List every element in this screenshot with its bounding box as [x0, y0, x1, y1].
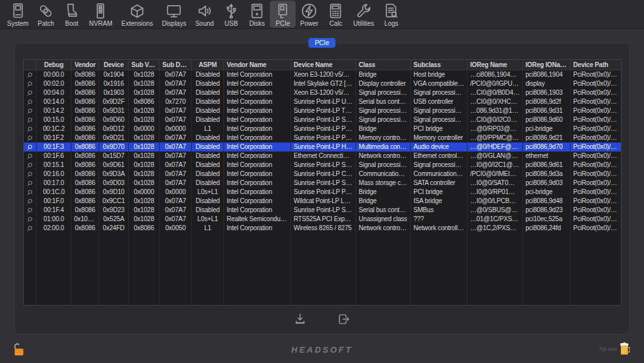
- row-inspect-cell[interactable]: [24, 170, 37, 179]
- table-row[interactable]: 00:1C.20x80860x9D120x00000x0000L1Intel C…: [24, 124, 621, 133]
- table-row[interactable]: 00:1F.40x80860x9D230x10280x07A7DisabledI…: [24, 206, 621, 215]
- column-header-search[interactable]: [24, 60, 37, 70]
- magnifier-icon: [26, 198, 33, 205]
- column-header-ioreg_name[interactable]: IOReg Name: [468, 60, 523, 70]
- cell-device_name: Sunrise Point-LP The…: [291, 106, 356, 115]
- cell-class: Display controller: [356, 79, 411, 88]
- cell-vendor_name: Intel Corporation: [224, 115, 291, 124]
- column-header-debug[interactable]: Debug: [37, 60, 71, 70]
- table-row[interactable]: 00:15.10x80860x9D610x10280x07A7DisabledI…: [24, 161, 621, 170]
- cell-vendor: 0x8086: [71, 179, 99, 188]
- toolbar-item-sound[interactable]: Sound: [191, 1, 218, 28]
- toolbar-item-pcie[interactable]: PCIe: [270, 1, 296, 28]
- import-download-button[interactable]: [292, 312, 308, 328]
- cell-ioreg_name: …CI0@0/I2C0@15: [468, 115, 523, 124]
- tab-pcie[interactable]: PCIe: [308, 38, 336, 48]
- table-row[interactable]: 00:02.00x80860x19160x10280x07A7DisabledI…: [24, 79, 621, 88]
- table-row[interactable]: 00:14.00x80860x9D2F0x80860x7270DisabledI…: [24, 97, 621, 106]
- table-row[interactable]: 00:16.00x80860x9D3A0x10280x07A7DisabledI…: [24, 170, 621, 179]
- table-row[interactable]: 00:14.20x80860x9D310x10280x07A7DisabledI…: [24, 106, 621, 115]
- row-inspect-cell[interactable]: [24, 224, 37, 233]
- table-row[interactable]: 00:17.00x80860x9D030x10280x07A7DisabledI…: [24, 179, 621, 188]
- cell-sub_vendor: 0x1028: [129, 179, 160, 188]
- column-header-vendor[interactable]: Vendor: [71, 60, 99, 70]
- column-header-subclass[interactable]: Subclass: [411, 60, 468, 70]
- toolbar-item-nvram[interactable]: NVRAM: [84, 1, 117, 28]
- toolbar-item-label: Calc: [329, 20, 342, 27]
- table-row[interactable]: 02:00.00x80860x24FD0x80860x0050L1Intel C…: [24, 224, 621, 233]
- row-inspect-cell[interactable]: [24, 115, 37, 124]
- cell-aspm: Disabled: [192, 161, 224, 170]
- row-inspect-cell[interactable]: [24, 197, 37, 206]
- table-row[interactable]: 00:1F.60x80860x15D70x10280x07A7DisabledI…: [24, 152, 621, 161]
- cell-subclass: Signal processin…: [411, 115, 468, 124]
- table-row[interactable]: 01:00.00x10EC0x525A0x10280x07A7L0s+L1Rea…: [24, 215, 621, 224]
- column-header-class[interactable]: Class: [356, 60, 411, 70]
- cell-aspm: Disabled: [192, 142, 224, 152]
- cell-class: Mass storage co…: [356, 179, 411, 188]
- cell-debug: 00:00.0: [37, 70, 71, 79]
- row-inspect-cell[interactable]: [24, 97, 37, 106]
- empty-cell: [24, 233, 37, 305]
- toolbar-item-patch[interactable]: Patch: [33, 1, 59, 28]
- row-inspect-cell[interactable]: [24, 70, 37, 79]
- cell-device: 0x9D23: [99, 206, 129, 215]
- toolbar-item-displays[interactable]: Displays: [157, 1, 191, 28]
- export-button[interactable]: [336, 312, 352, 328]
- table-row[interactable]: 00:1F.00x80860x9CC10x10280x07A7DisabledI…: [24, 197, 621, 206]
- table-row[interactable]: 00:1F.20x80860x9D210x10280x07A7DisabledI…: [24, 133, 621, 142]
- table-row[interactable]: 00:15.00x80860x9D600x10280x07A7DisabledI…: [24, 115, 621, 124]
- table-row[interactable]: 00:00.00x80860x19040x10280x07A7DisabledI…: [24, 70, 621, 79]
- cell-aspm: Disabled: [192, 206, 224, 215]
- row-inspect-cell[interactable]: [24, 161, 37, 170]
- cell-device_path: PciRoot(0x0)/Pc…: [571, 206, 621, 215]
- toolbar-item-power[interactable]: Power: [296, 1, 323, 28]
- toolbar-item-extensions[interactable]: Extensions: [117, 1, 157, 28]
- column-header-device_name[interactable]: Device Name: [291, 60, 356, 70]
- cell-ioreg_name: …@0/SBUS@1F,4: [468, 206, 523, 215]
- row-inspect-cell[interactable]: [24, 179, 37, 188]
- row-inspect-cell[interactable]: [24, 142, 37, 152]
- table-row[interactable]: 00:1C.00x80860x9D100x00000x0000L0s+L1Int…: [24, 188, 621, 197]
- toolbar-item-utilities[interactable]: Utilities: [348, 1, 378, 28]
- cell-device_name: Sunrise Point-LP Seri…: [291, 115, 356, 124]
- cell-vendor_name: Intel Corporation: [224, 161, 291, 170]
- column-header-ioreg_ioname[interactable]: IOReg IOName: [523, 60, 571, 70]
- column-header-aspm[interactable]: ASPM: [192, 60, 224, 70]
- cell-sub_vendor: 0x1028: [129, 206, 160, 215]
- row-inspect-cell[interactable]: [24, 88, 37, 97]
- tip-link[interactable]: Tip me!: [599, 342, 630, 355]
- column-header-sub_device[interactable]: Sub Device: [160, 60, 192, 70]
- row-inspect-cell[interactable]: [24, 215, 37, 224]
- toolbar-item-boot[interactable]: Boot: [59, 1, 84, 28]
- magnifier-icon: [26, 108, 33, 115]
- empty-cell: [37, 233, 71, 305]
- column-header-vendor_name[interactable]: Vendor Name: [224, 60, 291, 70]
- row-inspect-cell[interactable]: [24, 188, 37, 197]
- empty-cell: [129, 233, 160, 305]
- row-inspect-cell[interactable]: [24, 206, 37, 215]
- row-inspect-cell[interactable]: [24, 133, 37, 142]
- app-window: SystemPatchBootNVRAMExtensionsDisplaysSo…: [0, 0, 644, 363]
- toolbar-item-system[interactable]: System: [3, 1, 33, 28]
- cell-ioreg_ioname: pci8086,9d03: [523, 179, 571, 188]
- row-inspect-cell[interactable]: [24, 124, 37, 133]
- cell-ioreg_name: …I0@0/I2C1@15,1: [468, 161, 523, 170]
- toolbar-item-usb[interactable]: USB: [218, 1, 244, 28]
- toolbar-item-calc[interactable]: Calc: [323, 1, 348, 28]
- table-row[interactable]: 00:1F.30x80860x9D700x10280x07A7DisabledI…: [24, 142, 621, 152]
- cell-vendor_name: Intel Corporation: [224, 88, 291, 97]
- cell-sub_vendor: 0x1028: [129, 79, 160, 88]
- row-inspect-cell[interactable]: [24, 152, 37, 161]
- cell-sub_device: 0x0000: [160, 188, 192, 197]
- column-header-sub_vendor[interactable]: Sub Vendor: [129, 60, 160, 70]
- row-inspect-cell[interactable]: [24, 79, 37, 88]
- table-row[interactable]: 00:04.00x80860x19030x10280x07A7DisabledI…: [24, 88, 621, 97]
- column-header-device[interactable]: Device: [99, 60, 129, 70]
- pcie-device-table[interactable]: DebugVendorDeviceSub VendorSub DeviceASP…: [23, 59, 621, 306]
- toolbar-item-logs[interactable]: Logs: [379, 1, 404, 28]
- toolbar-item-disks[interactable]: Disks: [244, 1, 270, 28]
- column-header-device_path[interactable]: Device Path: [571, 60, 621, 70]
- cell-device_name: Xeon E3-1200 v5/E3…: [291, 88, 356, 97]
- row-inspect-cell[interactable]: [24, 106, 37, 115]
